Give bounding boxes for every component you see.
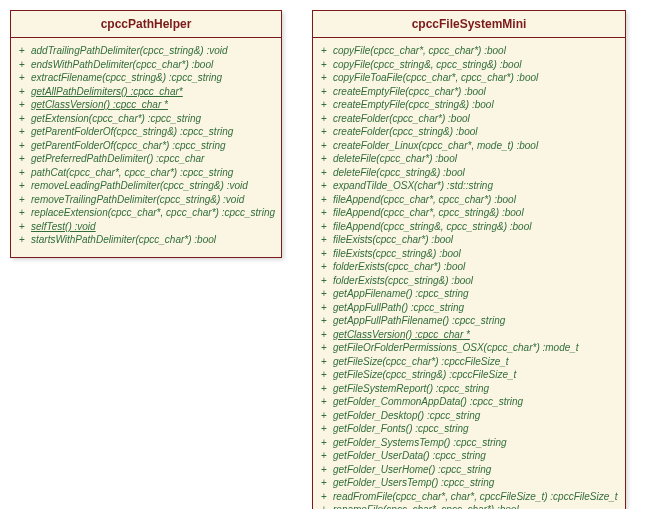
visibility-symbol: + xyxy=(19,112,31,126)
method-signature: selfTest() :void xyxy=(31,220,96,234)
method-row: +getAppFilename() :cpcc_string xyxy=(321,287,617,301)
visibility-symbol: + xyxy=(321,179,333,193)
method-signature: copyFileToaFile(cpcc_char*, cpcc_char*) … xyxy=(333,71,538,85)
method-row: +getFolder_UserHome() :cpcc_string xyxy=(321,463,617,477)
method-row: +folderExists(cpcc_string&) :bool xyxy=(321,274,617,288)
method-row: +pathCat(cpcc_char*, cpcc_char*) :cpcc_s… xyxy=(19,166,273,180)
method-row: +getFileSystemReport() :cpcc_string xyxy=(321,382,617,396)
visibility-symbol: + xyxy=(321,287,333,301)
method-signature: expandTilde_OSX(char*) :std::string xyxy=(333,179,493,193)
method-signature: getFileSize(cpcc_string&) :cpccFileSize_… xyxy=(333,368,516,382)
method-row: +copyFileToaFile(cpcc_char*, cpcc_char*)… xyxy=(321,71,617,85)
method-row: +getClassVersion() :cpcc_char * xyxy=(19,98,273,112)
method-signature: removeLeadingPathDelimiter(cpcc_string&)… xyxy=(31,179,248,193)
visibility-symbol: + xyxy=(19,58,31,72)
method-row: +deleteFile(cpcc_char*) :bool xyxy=(321,152,617,166)
visibility-symbol: + xyxy=(19,139,31,153)
method-signature: getAllPathDelimiters() :cpcc_char* xyxy=(31,85,183,99)
visibility-symbol: + xyxy=(321,85,333,99)
method-row: +getFolder_SystemsTemp() :cpcc_string xyxy=(321,436,617,450)
method-signature: removeTrailingPathDelimiter(cpcc_string&… xyxy=(31,193,244,207)
visibility-symbol: + xyxy=(321,449,333,463)
method-signature: getExtension(cpcc_char*) :cpcc_string xyxy=(31,112,201,126)
visibility-symbol: + xyxy=(19,152,31,166)
method-row: +removeLeadingPathDelimiter(cpcc_string&… xyxy=(19,179,273,193)
method-row: +getParentFolderOf(cpcc_char*) :cpcc_str… xyxy=(19,139,273,153)
visibility-symbol: + xyxy=(321,220,333,234)
method-row: +readFromFile(cpcc_char*, char*, cpccFil… xyxy=(321,490,617,504)
method-signature: renameFile(cpcc_char*, cpcc_char*) :bool xyxy=(333,503,519,509)
method-row: +getParentFolderOf(cpcc_string&) :cpcc_s… xyxy=(19,125,273,139)
method-row: +fileAppend(cpcc_char*, cpcc_char*) :boo… xyxy=(321,193,617,207)
visibility-symbol: + xyxy=(19,85,31,99)
method-row: +getFolder_Fonts() :cpcc_string xyxy=(321,422,617,436)
visibility-symbol: + xyxy=(19,233,31,247)
method-row: +folderExists(cpcc_char*) :bool xyxy=(321,260,617,274)
visibility-symbol: + xyxy=(19,206,31,220)
visibility-symbol: + xyxy=(19,44,31,58)
method-signature: getFileSize(cpcc_char*) :cpccFileSize_t xyxy=(333,355,509,369)
method-row: +createFolder(cpcc_string&) :bool xyxy=(321,125,617,139)
method-signature: getClassVersion() :cpcc_char * xyxy=(333,328,470,342)
method-row: +fileExists(cpcc_string&) :bool xyxy=(321,247,617,261)
method-row: +getAppFullPathFilename() :cpcc_string xyxy=(321,314,617,328)
method-signature: startsWithPathDelimiter(cpcc_char*) :boo… xyxy=(31,233,216,247)
class-box-cpccfilesystemmini: cpccFileSystemMini +copyFile(cpcc_char*,… xyxy=(312,10,626,509)
visibility-symbol: + xyxy=(19,71,31,85)
visibility-symbol: + xyxy=(321,98,333,112)
method-signature: getAppFullPathFilename() :cpcc_string xyxy=(333,314,505,328)
visibility-symbol: + xyxy=(321,328,333,342)
visibility-symbol: + xyxy=(321,206,333,220)
visibility-symbol: + xyxy=(321,139,333,153)
visibility-symbol: + xyxy=(19,179,31,193)
method-row: +selfTest() :void xyxy=(19,220,273,234)
method-signature: getFolder_UserHome() :cpcc_string xyxy=(333,463,491,477)
method-signature: folderExists(cpcc_string&) :bool xyxy=(333,274,473,288)
method-signature: getFolder_Fonts() :cpcc_string xyxy=(333,422,469,436)
method-signature: getFileOrFolderPermissions_OSX(cpcc_char… xyxy=(333,341,579,355)
visibility-symbol: + xyxy=(321,463,333,477)
method-signature: pathCat(cpcc_char*, cpcc_char*) :cpcc_st… xyxy=(31,166,233,180)
method-row: +removeTrailingPathDelimiter(cpcc_string… xyxy=(19,193,273,207)
method-signature: deleteFile(cpcc_string&) :bool xyxy=(333,166,465,180)
class-header: cpccPathHelper xyxy=(11,11,281,38)
visibility-symbol: + xyxy=(321,260,333,274)
visibility-symbol: + xyxy=(321,368,333,382)
method-signature: getFolder_CommonAppData() :cpcc_string xyxy=(333,395,523,409)
method-signature: getPreferredPathDelimiter() :cpcc_char xyxy=(31,152,204,166)
method-row: +renameFile(cpcc_char*, cpcc_char*) :boo… xyxy=(321,503,617,509)
method-row: +createEmptyFile(cpcc_char*) :bool xyxy=(321,85,617,99)
method-signature: replaceExtension(cpcc_char*, cpcc_char*)… xyxy=(31,206,275,220)
method-row: +getExtension(cpcc_char*) :cpcc_string xyxy=(19,112,273,126)
method-signature: getFolder_Desktop() :cpcc_string xyxy=(333,409,480,423)
method-row: +expandTilde_OSX(char*) :std::string xyxy=(321,179,617,193)
method-signature: getFileSystemReport() :cpcc_string xyxy=(333,382,489,396)
method-row: +getFolder_UsersTemp() :cpcc_string xyxy=(321,476,617,490)
method-row: +getFileOrFolderPermissions_OSX(cpcc_cha… xyxy=(321,341,617,355)
method-row: +addTrailingPathDelimiter(cpcc_string&) … xyxy=(19,44,273,58)
method-signature: addTrailingPathDelimiter(cpcc_string&) :… xyxy=(31,44,228,58)
method-row: +getFileSize(cpcc_string&) :cpccFileSize… xyxy=(321,368,617,382)
visibility-symbol: + xyxy=(321,71,333,85)
method-row: +copyFile(cpcc_char*, cpcc_char*) :bool xyxy=(321,44,617,58)
visibility-symbol: + xyxy=(321,341,333,355)
method-signature: createEmptyFile(cpcc_string&) :bool xyxy=(333,98,494,112)
method-signature: fileAppend(cpcc_char*, cpcc_string&) :bo… xyxy=(333,206,524,220)
method-row: +endsWithPathDelimiter(cpcc_char*) :bool xyxy=(19,58,273,72)
method-row: +getClassVersion() :cpcc_char * xyxy=(321,328,617,342)
method-signature: copyFile(cpcc_string&, cpcc_string&) :bo… xyxy=(333,58,521,72)
method-row: +copyFile(cpcc_string&, cpcc_string&) :b… xyxy=(321,58,617,72)
method-row: +replaceExtension(cpcc_char*, cpcc_char*… xyxy=(19,206,273,220)
method-row: +getAppFullPath() :cpcc_string xyxy=(321,301,617,315)
visibility-symbol: + xyxy=(321,58,333,72)
visibility-symbol: + xyxy=(19,193,31,207)
method-signature: createFolder_Linux(cpcc_char*, mode_t) :… xyxy=(333,139,538,153)
method-row: +deleteFile(cpcc_string&) :bool xyxy=(321,166,617,180)
method-row: +getFileSize(cpcc_char*) :cpccFileSize_t xyxy=(321,355,617,369)
visibility-symbol: + xyxy=(321,247,333,261)
method-list: +addTrailingPathDelimiter(cpcc_string&) … xyxy=(11,38,281,257)
method-signature: fileAppend(cpcc_string&, cpcc_string&) :… xyxy=(333,220,531,234)
visibility-symbol: + xyxy=(321,503,333,509)
method-signature: extractFilename(cpcc_string&) :cpcc_stri… xyxy=(31,71,222,85)
method-signature: getAppFilename() :cpcc_string xyxy=(333,287,469,301)
